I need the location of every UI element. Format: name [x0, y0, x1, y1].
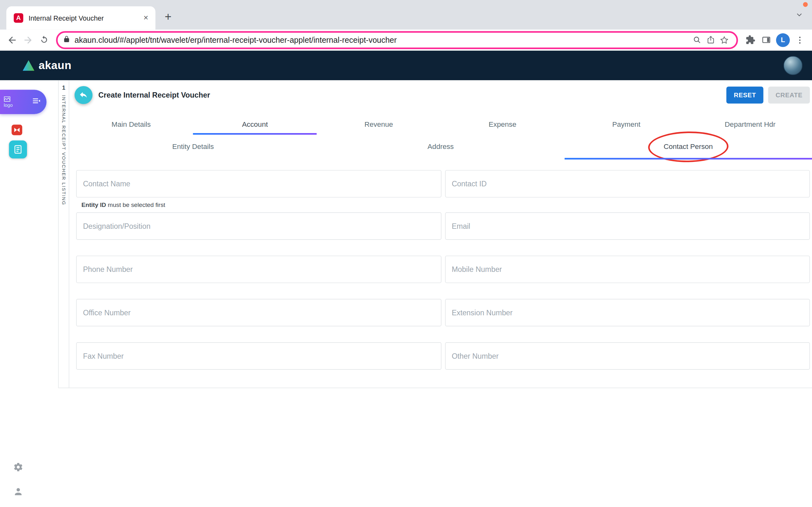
- listing-tab-label: INTERNAL RECEIPT VOUCHER LISTING: [61, 95, 67, 205]
- reset-button[interactable]: RESET: [726, 87, 763, 103]
- subtab-entity-details[interactable]: Entity Details: [69, 135, 317, 159]
- extension-number-input[interactable]: [445, 299, 810, 326]
- tab-department-hdr[interactable]: Department Hdr: [688, 116, 812, 135]
- brand-logo[interactable]: akaun: [22, 59, 71, 72]
- extensions-puzzle-icon[interactable]: [742, 32, 758, 48]
- brand-name: akaun: [39, 59, 72, 72]
- tab-favicon-icon: A: [14, 13, 23, 23]
- tab-search-chevron-icon[interactable]: [795, 10, 804, 21]
- phone-number-input[interactable]: [76, 256, 441, 283]
- mobile-number-input[interactable]: [445, 256, 810, 283]
- sub-tabs: Entity Details Address Contact Person: [69, 135, 812, 159]
- helper-rest: must be selected first: [106, 202, 165, 208]
- broken-logo-image-icon: logo: [4, 96, 13, 108]
- forward-icon[interactable]: [20, 32, 36, 48]
- tab-close-icon[interactable]: ✕: [141, 13, 151, 23]
- main-region: logo 1 INTERNAL RECE: [0, 80, 812, 507]
- share-icon[interactable]: [704, 33, 717, 47]
- content-card: Create Internal Receipt Voucher RESET CR…: [69, 80, 812, 388]
- office-number-input[interactable]: [76, 299, 441, 326]
- brand-triangle-icon: [22, 60, 35, 71]
- tab-title: Internal Receipt Voucher: [29, 14, 141, 22]
- create-button[interactable]: CREATE: [768, 87, 810, 103]
- email-input[interactable]: [445, 212, 810, 240]
- lock-icon[interactable]: [63, 35, 70, 45]
- sidebar: logo: [0, 80, 36, 507]
- subtab-contact-person-label: Contact Person: [664, 143, 713, 151]
- zoom-icon[interactable]: [690, 33, 704, 47]
- url-text: akaun.cloud/#/applet/tnt/wavelet/erp/int…: [74, 36, 690, 44]
- sidebar-applet-receipt-icon[interactable]: [9, 140, 27, 158]
- tab-payment[interactable]: Payment: [564, 116, 688, 135]
- action-buttons: RESET CREATE: [726, 87, 810, 103]
- browser-toolbar: akaun.cloud/#/applet/tnt/wavelet/erp/int…: [0, 30, 812, 51]
- browser-tab[interactable]: A Internal Receipt Voucher ✕: [6, 6, 155, 30]
- recording-indicator-dot: [803, 2, 808, 7]
- tab-account[interactable]: Account: [193, 116, 317, 135]
- helper-bold: Entity ID: [82, 202, 106, 208]
- tab-expense[interactable]: Expense: [441, 116, 564, 135]
- account-person-icon[interactable]: [13, 486, 23, 496]
- page-title: Create Internal Receipt Voucher: [98, 91, 210, 100]
- contact-id-input[interactable]: [445, 170, 810, 198]
- designation-position-input[interactable]: [76, 212, 441, 240]
- reload-icon[interactable]: [36, 32, 52, 48]
- screen: A Internal Receipt Voucher ✕ + akaun.clo…: [0, 0, 812, 507]
- sidebar-drawer-toggle[interactable]: logo: [0, 90, 47, 114]
- browser-menu-icon[interactable]: [792, 32, 808, 48]
- main-tabs: Main Details Account Revenue Expense Pay…: [69, 116, 812, 135]
- side-panel-icon[interactable]: [758, 32, 774, 48]
- bookmark-star-icon[interactable]: [717, 33, 731, 47]
- logo-alt-text: logo: [4, 102, 13, 108]
- subtab-contact-person[interactable]: Contact Person: [564, 135, 812, 159]
- tab-main-details[interactable]: Main Details: [69, 116, 193, 135]
- other-number-input[interactable]: [445, 342, 810, 370]
- menu-open-icon: [32, 96, 41, 108]
- app-header: akaun: [0, 51, 812, 80]
- new-tab-button[interactable]: +: [161, 9, 176, 24]
- url-bar[interactable]: akaun.cloud/#/applet/tnt/wavelet/erp/int…: [56, 31, 738, 49]
- subtab-address[interactable]: Address: [317, 135, 565, 159]
- back-icon[interactable]: [4, 32, 20, 48]
- tab-revenue[interactable]: Revenue: [317, 116, 441, 135]
- settings-gear-icon[interactable]: [13, 462, 23, 472]
- browser-profile-avatar[interactable]: L: [776, 33, 790, 47]
- browser-tab-strip: A Internal Receipt Voucher ✕ +: [0, 0, 812, 30]
- vertical-listing-tab[interactable]: 1 INTERNAL RECEIPT VOUCHER LISTING: [58, 80, 69, 388]
- listing-tab-index: 1: [62, 84, 65, 91]
- title-bar: Create Internal Receipt Voucher RESET CR…: [69, 80, 812, 110]
- contact-person-form: Entity ID must be selected first: [69, 159, 812, 385]
- reply-arrow-icon: [79, 90, 88, 100]
- sidebar-app-red-icon[interactable]: [10, 124, 23, 136]
- user-avatar[interactable]: [783, 56, 803, 75]
- fax-number-input[interactable]: [76, 342, 441, 370]
- contact-name-input[interactable]: [76, 170, 441, 198]
- back-button[interactable]: [74, 86, 93, 104]
- work-area: 1 INTERNAL RECEIPT VOUCHER LISTING Creat…: [58, 80, 812, 388]
- entity-id-helper-text: Entity ID must be selected first: [76, 202, 441, 208]
